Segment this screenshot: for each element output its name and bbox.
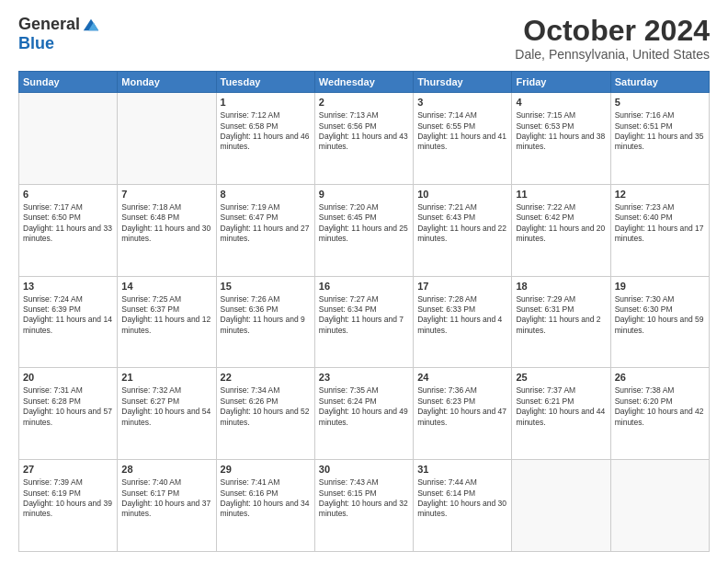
- table-cell: 15Sunrise: 7:26 AMSunset: 6:36 PMDayligh…: [216, 276, 314, 368]
- day-info: Sunrise: 7:43 AMSunset: 6:15 PMDaylight:…: [319, 477, 409, 520]
- day-info: Sunrise: 7:15 AMSunset: 6:53 PMDaylight:…: [516, 110, 606, 153]
- day-info: Sunrise: 7:21 AMSunset: 6:43 PMDaylight:…: [417, 202, 507, 245]
- table-cell: 12Sunrise: 7:23 AMSunset: 6:40 PMDayligh…: [610, 184, 709, 276]
- day-info: Sunrise: 7:27 AMSunset: 6:34 PMDaylight:…: [319, 294, 409, 337]
- day-info: Sunrise: 7:44 AMSunset: 6:14 PMDaylight:…: [417, 477, 507, 520]
- table-cell: 5Sunrise: 7:16 AMSunset: 6:51 PMDaylight…: [610, 93, 709, 185]
- table-cell: [19, 93, 118, 185]
- logo-general-text: General: [18, 15, 80, 34]
- table-cell: 22Sunrise: 7:34 AMSunset: 6:26 PMDayligh…: [216, 368, 314, 460]
- week-row-3: 13Sunrise: 7:24 AMSunset: 6:39 PMDayligh…: [19, 276, 710, 368]
- day-number: 27: [23, 463, 113, 477]
- col-wednesday: Wednesday: [314, 72, 413, 93]
- table-cell: 25Sunrise: 7:37 AMSunset: 6:21 PMDayligh…: [512, 368, 610, 460]
- day-number: 26: [615, 371, 705, 385]
- day-info: Sunrise: 7:26 AMSunset: 6:36 PMDaylight:…: [221, 294, 311, 337]
- header: General Blue October 2024 Dale, Pennsylv…: [18, 15, 710, 62]
- table-cell: 3Sunrise: 7:14 AMSunset: 6:55 PMDaylight…: [414, 93, 512, 185]
- day-number: 1: [221, 96, 311, 109]
- day-number: 3: [417, 96, 507, 109]
- day-info: Sunrise: 7:18 AMSunset: 6:48 PMDaylight:…: [121, 202, 211, 245]
- table-cell: 1Sunrise: 7:12 AMSunset: 6:58 PMDaylight…: [216, 93, 314, 185]
- month-title: October 2024: [515, 15, 710, 47]
- day-info: Sunrise: 7:38 AMSunset: 6:20 PMDaylight:…: [615, 385, 705, 428]
- table-cell: 30Sunrise: 7:43 AMSunset: 6:15 PMDayligh…: [314, 460, 413, 552]
- day-number: 25: [516, 371, 606, 385]
- day-info: Sunrise: 7:14 AMSunset: 6:55 PMDaylight:…: [417, 110, 507, 153]
- day-info: Sunrise: 7:40 AMSunset: 6:17 PMDaylight:…: [121, 477, 211, 520]
- week-row-2: 6Sunrise: 7:17 AMSunset: 6:50 PMDaylight…: [19, 184, 710, 276]
- day-info: Sunrise: 7:19 AMSunset: 6:47 PMDaylight:…: [221, 202, 311, 245]
- table-cell: 4Sunrise: 7:15 AMSunset: 6:53 PMDaylight…: [512, 93, 610, 185]
- col-sunday: Sunday: [19, 72, 118, 93]
- day-info: Sunrise: 7:23 AMSunset: 6:40 PMDaylight:…: [615, 202, 705, 245]
- day-number: 24: [417, 371, 507, 385]
- day-number: 13: [23, 280, 113, 293]
- day-info: Sunrise: 7:41 AMSunset: 6:16 PMDaylight:…: [221, 477, 311, 520]
- table-cell: 21Sunrise: 7:32 AMSunset: 6:27 PMDayligh…: [118, 368, 216, 460]
- table-cell: 2Sunrise: 7:13 AMSunset: 6:56 PMDaylight…: [314, 93, 413, 185]
- day-number: 19: [615, 280, 705, 293]
- day-number: 30: [319, 463, 409, 477]
- day-number: 7: [121, 188, 211, 201]
- title-section: October 2024 Dale, Pennsylvania, United …: [515, 15, 710, 62]
- table-cell: 14Sunrise: 7:25 AMSunset: 6:37 PMDayligh…: [118, 276, 216, 368]
- day-info: Sunrise: 7:16 AMSunset: 6:51 PMDaylight:…: [615, 110, 705, 153]
- table-cell: 17Sunrise: 7:28 AMSunset: 6:33 PMDayligh…: [414, 276, 512, 368]
- table-cell: 26Sunrise: 7:38 AMSunset: 6:20 PMDayligh…: [610, 368, 709, 460]
- day-info: Sunrise: 7:36 AMSunset: 6:23 PMDaylight:…: [417, 385, 507, 428]
- day-number: 10: [417, 188, 507, 201]
- day-number: 23: [319, 371, 409, 385]
- logo-blue-text: Blue: [18, 34, 54, 53]
- page: General Blue October 2024 Dale, Pennsylv…: [0, 0, 728, 563]
- table-cell: 19Sunrise: 7:30 AMSunset: 6:30 PMDayligh…: [610, 276, 709, 368]
- day-number: 22: [221, 371, 311, 385]
- col-monday: Monday: [118, 72, 216, 93]
- table-cell: 29Sunrise: 7:41 AMSunset: 6:16 PMDayligh…: [216, 460, 314, 552]
- col-saturday: Saturday: [610, 72, 709, 93]
- day-info: Sunrise: 7:17 AMSunset: 6:50 PMDaylight:…: [23, 202, 113, 245]
- day-info: Sunrise: 7:25 AMSunset: 6:37 PMDaylight:…: [121, 294, 211, 337]
- col-tuesday: Tuesday: [216, 72, 314, 93]
- day-info: Sunrise: 7:31 AMSunset: 6:28 PMDaylight:…: [23, 385, 113, 428]
- table-cell: 18Sunrise: 7:29 AMSunset: 6:31 PMDayligh…: [512, 276, 610, 368]
- location: Dale, Pennsylvania, United States: [515, 47, 710, 62]
- day-info: Sunrise: 7:13 AMSunset: 6:56 PMDaylight:…: [319, 110, 409, 153]
- table-cell: 13Sunrise: 7:24 AMSunset: 6:39 PMDayligh…: [19, 276, 118, 368]
- day-info: Sunrise: 7:30 AMSunset: 6:30 PMDaylight:…: [615, 294, 705, 337]
- day-number: 18: [516, 280, 606, 293]
- day-number: 29: [221, 463, 311, 477]
- day-number: 2: [319, 96, 409, 109]
- day-info: Sunrise: 7:34 AMSunset: 6:26 PMDaylight:…: [221, 385, 311, 428]
- table-cell: 28Sunrise: 7:40 AMSunset: 6:17 PMDayligh…: [118, 460, 216, 552]
- day-number: 14: [121, 280, 211, 293]
- day-number: 15: [221, 280, 311, 293]
- table-cell: 24Sunrise: 7:36 AMSunset: 6:23 PMDayligh…: [414, 368, 512, 460]
- day-info: Sunrise: 7:20 AMSunset: 6:45 PMDaylight:…: [319, 202, 409, 245]
- table-cell: [512, 460, 610, 552]
- col-thursday: Thursday: [414, 72, 512, 93]
- day-info: Sunrise: 7:29 AMSunset: 6:31 PMDaylight:…: [516, 294, 606, 337]
- table-cell: [610, 460, 709, 552]
- table-cell: 11Sunrise: 7:22 AMSunset: 6:42 PMDayligh…: [512, 184, 610, 276]
- day-info: Sunrise: 7:39 AMSunset: 6:19 PMDaylight:…: [23, 477, 113, 520]
- day-info: Sunrise: 7:22 AMSunset: 6:42 PMDaylight:…: [516, 202, 606, 245]
- day-number: 12: [615, 188, 705, 201]
- calendar-table: Sunday Monday Tuesday Wednesday Thursday…: [18, 71, 710, 552]
- table-cell: 16Sunrise: 7:27 AMSunset: 6:34 PMDayligh…: [314, 276, 413, 368]
- week-row-5: 27Sunrise: 7:39 AMSunset: 6:19 PMDayligh…: [19, 460, 710, 552]
- table-cell: 6Sunrise: 7:17 AMSunset: 6:50 PMDaylight…: [19, 184, 118, 276]
- day-number: 6: [23, 188, 113, 201]
- table-cell: 31Sunrise: 7:44 AMSunset: 6:14 PMDayligh…: [414, 460, 512, 552]
- table-cell: 23Sunrise: 7:35 AMSunset: 6:24 PMDayligh…: [314, 368, 413, 460]
- calendar-header-row: Sunday Monday Tuesday Wednesday Thursday…: [19, 72, 710, 93]
- week-row-4: 20Sunrise: 7:31 AMSunset: 6:28 PMDayligh…: [19, 368, 710, 460]
- day-number: 17: [417, 280, 507, 293]
- day-number: 20: [23, 371, 113, 385]
- day-number: 8: [221, 188, 311, 201]
- day-number: 5: [615, 96, 705, 109]
- day-number: 31: [417, 463, 507, 477]
- day-number: 11: [516, 188, 606, 201]
- day-info: Sunrise: 7:35 AMSunset: 6:24 PMDaylight:…: [319, 385, 409, 428]
- table-cell: 8Sunrise: 7:19 AMSunset: 6:47 PMDaylight…: [216, 184, 314, 276]
